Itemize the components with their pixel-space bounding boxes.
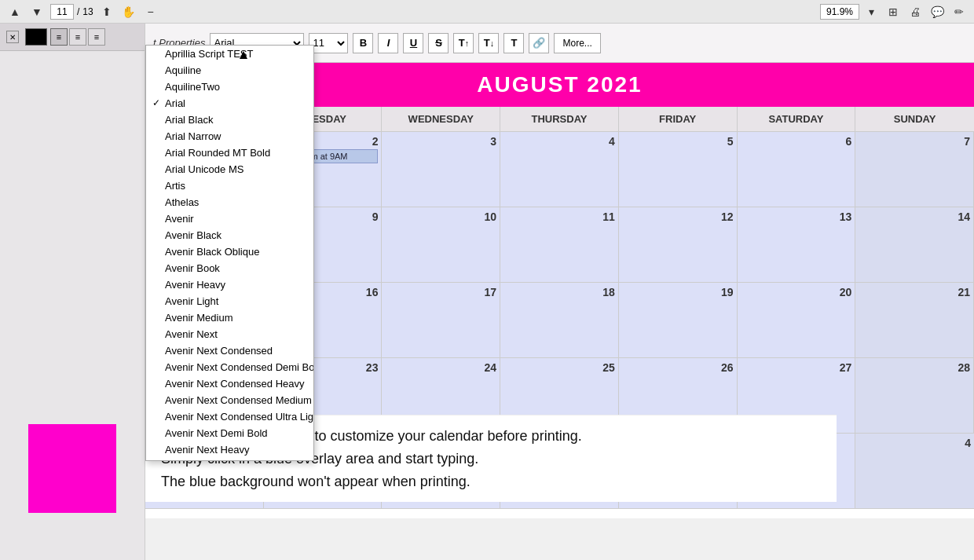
font-item[interactable]: Avenir Next Condensed Ultra Light: [146, 408, 313, 425]
strikethrough-btn[interactable]: S: [428, 33, 449, 53]
zoom-out-btn[interactable]: −: [142, 3, 159, 20]
day-header-sat: SATURDAY: [738, 107, 856, 132]
cell-number: 10: [385, 210, 496, 223]
align-left-btn[interactable]: ≡: [50, 28, 68, 46]
cell-number: 3: [385, 135, 496, 148]
font-item[interactable]: Athelas: [146, 194, 313, 210]
day-header-fri: FRIDAY: [619, 107, 738, 132]
calendar-cell[interactable]: 20: [738, 283, 856, 358]
hand-tool[interactable]: ✋: [120, 3, 137, 20]
calendar-cell[interactable]: 3: [382, 132, 500, 207]
italic-btn[interactable]: I: [378, 33, 398, 53]
cell-number: 21: [859, 286, 970, 298]
cell-number: 13: [741, 210, 852, 223]
page-total: 13: [82, 6, 93, 17]
calendar-cell[interactable]: 7: [855, 132, 974, 207]
font-item[interactable]: Arial Unicode MS: [146, 161, 313, 178]
pen-btn[interactable]: ✏: [950, 3, 968, 20]
superscript-btn[interactable]: T↑: [453, 33, 474, 53]
toolbar-page-indicator: / 13: [50, 4, 93, 20]
cell-number: 7: [859, 135, 970, 148]
cursor-tool[interactable]: ⬆: [98, 3, 115, 20]
link-btn[interactable]: 🔗: [529, 33, 549, 53]
font-item[interactable]: Artis: [146, 178, 313, 194]
align-buttons: ≡ ≡ ≡: [50, 28, 105, 46]
cell-number: 24: [385, 361, 496, 374]
print-btn[interactable]: 🖨: [906, 3, 924, 20]
calendar-cell[interactable]: 21: [855, 283, 974, 358]
close-panel-btn[interactable]: ✕: [6, 31, 19, 43]
comment-btn[interactable]: 💬: [928, 3, 946, 20]
calendar-cell[interactable]: 12: [619, 207, 738, 283]
calendar-cell[interactable]: 10: [382, 207, 500, 283]
calendar-cell[interactable]: 11: [500, 207, 619, 283]
font-dropdown[interactable]: Aprillia Script TESTAquilineAquilineTwoA…: [145, 45, 314, 461]
color-preview-square: [28, 424, 116, 513]
page-number-input[interactable]: [50, 4, 74, 20]
calendar-cell[interactable]: 19: [619, 283, 738, 358]
cell-number: 20: [741, 286, 852, 298]
font-size-select[interactable]: 11: [309, 33, 348, 53]
toolbar-nav-up[interactable]: ▲: [6, 3, 24, 20]
calendar-cell[interactable]: 14: [855, 207, 974, 283]
cell-number: 11: [503, 210, 615, 223]
calendar-cell[interactable]: 17: [382, 283, 500, 358]
calendar-cell[interactable]: 4: [500, 132, 619, 207]
calendar-cell[interactable]: 4: [855, 434, 974, 509]
align-right-btn[interactable]: ≡: [88, 28, 105, 46]
info-line3: The blue background won't appear when pr…: [161, 474, 471, 489]
day-header-sun: SUNDAY: [855, 107, 974, 132]
font-item[interactable]: Avenir Next Heavy: [146, 441, 313, 458]
subscript-btn[interactable]: T↓: [478, 33, 499, 53]
font-item[interactable]: Avenir Next Demi Bold: [146, 425, 313, 441]
align-center-btn[interactable]: ≡: [69, 28, 86, 46]
cell-number: 27: [741, 361, 852, 374]
cell-number: 6: [741, 135, 852, 148]
font-item[interactable]: Avenir Black Oblique: [146, 243, 313, 260]
left-panel-header: ✕ ≡ ≡ ≡: [0, 24, 145, 51]
font-item[interactable]: Avenir Book: [146, 260, 313, 276]
color-swatch[interactable]: [25, 28, 47, 46]
font-item[interactable]: Arial Black: [146, 112, 313, 128]
font-item[interactable]: Aquiline: [146, 62, 313, 79]
fit-page-btn[interactable]: ⊞: [884, 3, 902, 20]
font-item[interactable]: Avenir Next Condensed Medium: [146, 392, 313, 408]
toolbar-nav-down[interactable]: ▼: [28, 3, 46, 20]
font-item[interactable]: Avenir Next Condensed Demi Bold: [146, 359, 313, 375]
cell-number: 12: [622, 210, 734, 223]
font-item[interactable]: Avenir Medium: [146, 309, 313, 326]
font-item[interactable]: Arial Rounded MT Bold: [146, 145, 313, 161]
zoom-dropdown[interactable]: ▾: [862, 3, 880, 20]
cell-number: 14: [859, 210, 970, 223]
cell-number: 25: [503, 361, 615, 374]
bold-btn[interactable]: B: [353, 33, 373, 53]
font-item[interactable]: Arial: [146, 95, 313, 112]
font-item[interactable]: Avenir Next Medium: [146, 458, 313, 461]
more-options-btn[interactable]: More...: [554, 33, 600, 53]
day-header-thu: THURSDAY: [500, 107, 619, 132]
calendar-cell[interactable]: 28: [855, 358, 974, 434]
font-item[interactable]: Avenir: [146, 210, 313, 227]
baseline-btn[interactable]: T: [503, 33, 524, 53]
calendar-cell[interactable]: 13: [738, 207, 856, 283]
font-item[interactable]: Avenir Next Condensed: [146, 342, 313, 359]
calendar-cell[interactable]: 18: [500, 283, 619, 358]
calendar-cell[interactable]: 6: [738, 132, 856, 207]
cell-number: 5: [622, 135, 734, 148]
font-item[interactable]: Avenir Heavy: [146, 276, 313, 293]
font-item[interactable]: Arial Narrow: [146, 128, 313, 145]
left-panel: ✕ ≡ ≡ ≡: [0, 24, 145, 560]
cell-number: 18: [503, 286, 615, 298]
cell-number: 4: [859, 437, 971, 449]
font-item[interactable]: Avenir Next: [146, 326, 313, 342]
font-item[interactable]: Avenir Next Condensed Heavy: [146, 375, 313, 392]
zoom-area: ▾: [820, 3, 880, 20]
calendar-cell[interactable]: 5: [619, 132, 738, 207]
font-item[interactable]: AquilineTwo: [146, 79, 313, 95]
font-item[interactable]: Aprillia Script TEST: [146, 46, 313, 62]
cell-number: 26: [622, 361, 734, 374]
zoom-input[interactable]: [820, 4, 859, 20]
font-item[interactable]: Avenir Black: [146, 227, 313, 243]
font-item[interactable]: Avenir Light: [146, 293, 313, 309]
underline-btn[interactable]: U: [403, 33, 423, 53]
